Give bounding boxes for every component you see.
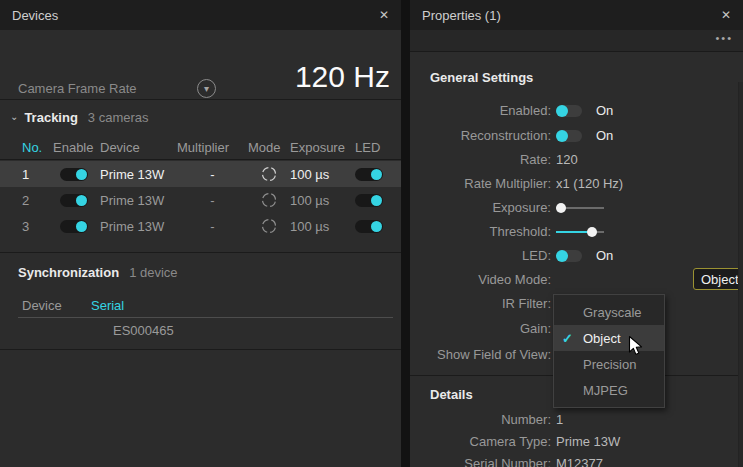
menu-item-object[interactable]: ✓ Object <box>554 325 664 351</box>
collapse-frame-rate-button[interactable]: ▾ <box>197 79 216 98</box>
led-toggle[interactable] <box>556 250 582 262</box>
toggle-knob <box>556 130 568 142</box>
rate-label: Rate: <box>410 152 553 167</box>
tracking-heading: Tracking <box>24 110 77 125</box>
close-icon[interactable]: ✕ <box>379 8 389 22</box>
section-divider <box>0 349 401 350</box>
camera-number: 3 <box>0 219 53 234</box>
devices-titlebar: Devices ✕ <box>0 0 401 30</box>
video-mode-dropdown[interactable]: Object ˅ <box>693 268 743 290</box>
exposure-label: Exposure: <box>410 200 553 215</box>
column-exposure[interactable]: Exposure <box>290 140 355 155</box>
tracking-section-header[interactable]: ⌄ Tracking 3 cameras <box>10 110 149 125</box>
devices-panel-body: Camera Frame Rate 120 Hz ▾ ⌄ Tracking 3 … <box>0 30 401 467</box>
enabled-state: On <box>596 103 613 118</box>
column-multiplier[interactable]: Multiplier <box>177 140 248 155</box>
details-heading: Details <box>430 387 473 402</box>
device-name: Prime 13W <box>100 193 177 208</box>
enable-toggle[interactable] <box>60 194 88 207</box>
exposure-value: 100 µs <box>290 167 355 182</box>
column-mode[interactable]: Mode <box>248 140 290 155</box>
tracking-camera-count: 3 cameras <box>88 110 149 125</box>
chevron-down-icon: ⌄ <box>10 111 18 122</box>
led-label: LED: <box>410 248 553 263</box>
led-toggle[interactable] <box>355 194 383 207</box>
property-row-rate-multiplier: Rate Multiplier: x1 (120 Hz) <box>410 171 743 196</box>
reconstruction-toggle[interactable] <box>556 130 582 142</box>
toggle-knob <box>371 195 382 206</box>
enable-toggle[interactable] <box>60 220 88 233</box>
gain-label: Gain: <box>410 321 553 336</box>
tracking-table-header: No. Enable Device Multiplier Mode Exposu… <box>0 136 401 160</box>
menu-item-precision[interactable]: Precision <box>554 351 664 377</box>
rate-value[interactable]: 120 <box>556 152 578 167</box>
object-mode-icon[interactable] <box>248 217 290 235</box>
threshold-slider[interactable] <box>556 226 604 238</box>
video-mode-menu: Grayscale ✓ Object Precision MJPEG <box>553 294 665 408</box>
exposure-value: 100 µs <box>290 219 355 234</box>
motive-app-window: Devices ✕ Camera Frame Rate 120 Hz ▾ ⌄ T… <box>0 0 743 467</box>
led-toggle[interactable] <box>355 168 383 181</box>
column-device[interactable]: Device <box>100 140 177 155</box>
slider-knob[interactable] <box>587 227 597 237</box>
mouse-cursor <box>628 335 645 361</box>
property-row-led: LED: On <box>410 243 743 268</box>
number-label: Number: <box>410 412 553 427</box>
overflow-menu-icon[interactable]: ••• <box>715 33 733 44</box>
rate-multiplier-value[interactable]: x1 (120 Hz) <box>556 176 623 191</box>
exposure-value: 100 µs <box>290 193 355 208</box>
sync-table-header: Device Serial <box>0 294 401 316</box>
column-serial[interactable]: Serial <box>91 298 401 313</box>
reconstruction-label: Reconstruction: <box>410 128 553 143</box>
toggle-knob <box>371 221 382 232</box>
column-led[interactable]: LED <box>355 140 401 155</box>
sync-device-serial[interactable]: ES000465 <box>113 323 174 338</box>
scrollbar[interactable] <box>738 82 743 467</box>
column-no[interactable]: No. <box>0 140 53 155</box>
led-state: On <box>596 248 613 263</box>
property-row-rate: Rate: 120 Hz <box>410 147 743 172</box>
synchronization-section-header[interactable]: Synchronization 1 device <box>18 265 178 280</box>
detail-row-serial-number: Serial Number: M12377 <box>410 451 743 467</box>
multiplier-value: - <box>177 167 248 182</box>
enabled-toggle[interactable] <box>556 105 582 117</box>
slider-fill <box>556 231 590 233</box>
property-row-video-mode: Video Mode: Object ˅ <box>410 267 743 292</box>
ir-filter-label: IR Filter: <box>410 296 553 311</box>
property-row-enabled: Enabled: On <box>410 98 743 123</box>
property-row-exposure: Exposure: 100 µs ↶ <box>410 195 743 220</box>
close-icon[interactable]: ✕ <box>721 8 731 22</box>
column-device[interactable]: Device <box>0 298 91 313</box>
properties-titlebar: Properties (1) ✕ <box>410 0 743 30</box>
properties-panel-title: Properties (1) <box>422 8 721 23</box>
camera-row-2[interactable]: 2 Prime 13W - 100 µs <box>0 187 401 213</box>
camera-frame-rate-label: Camera Frame Rate <box>18 81 136 96</box>
toggle-knob <box>556 105 568 117</box>
object-mode-icon[interactable] <box>248 191 290 209</box>
synchronization-device-count: 1 device <box>129 265 177 280</box>
number-value: 1 <box>556 412 563 427</box>
exposure-slider[interactable] <box>556 202 604 214</box>
menu-item-grayscale[interactable]: Grayscale <box>554 299 664 325</box>
toggle-knob <box>76 169 87 180</box>
check-icon: ✓ <box>562 331 573 346</box>
devices-panel: Devices ✕ Camera Frame Rate 120 Hz ▾ ⌄ T… <box>0 0 401 467</box>
multiplier-value: - <box>177 219 248 234</box>
object-mode-icon[interactable] <box>248 165 290 183</box>
toggle-knob <box>556 250 568 262</box>
enabled-label: Enabled: <box>410 103 553 118</box>
led-toggle[interactable] <box>355 220 383 233</box>
enable-toggle[interactable] <box>60 168 88 181</box>
menu-item-mjpeg[interactable]: MJPEG <box>554 377 664 403</box>
threshold-label: Threshold: <box>410 224 553 239</box>
device-name: Prime 13W <box>100 167 177 182</box>
camera-number: 2 <box>0 193 53 208</box>
slider-knob[interactable] <box>556 203 566 213</box>
column-enable[interactable]: Enable <box>53 140 100 155</box>
show-fov-label: Show Field of View: <box>410 347 553 362</box>
toggle-knob <box>371 169 382 180</box>
camera-row-1[interactable]: 1 Prime 13W - 100 µs <box>0 161 401 187</box>
camera-row-3[interactable]: 3 Prime 13W - 100 µs <box>0 213 401 239</box>
section-divider <box>0 252 401 253</box>
properties-toolstrip: ••• <box>410 30 743 52</box>
